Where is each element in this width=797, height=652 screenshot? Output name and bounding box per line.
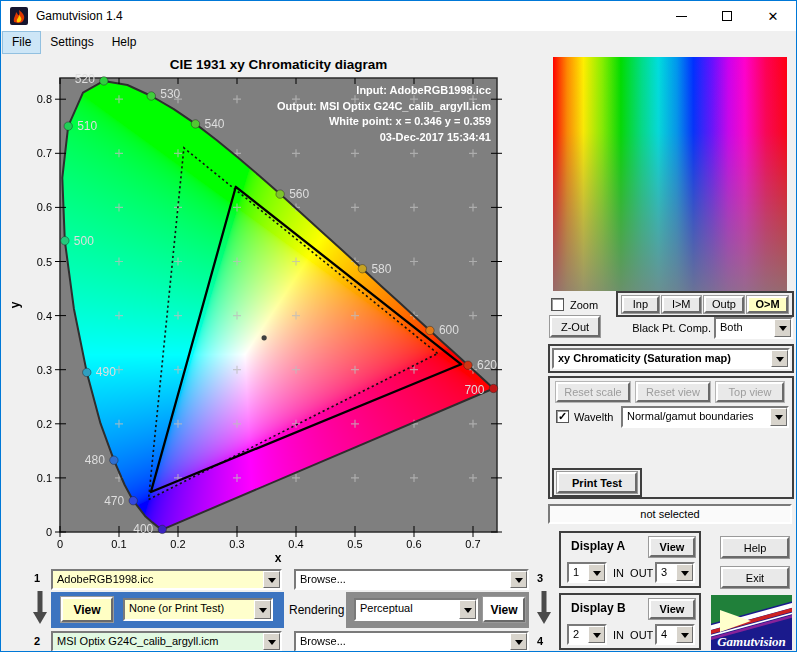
chevron-down-icon[interactable] [676,626,693,643]
chevron-down-icon[interactable] [771,350,788,367]
flow-arrow-right-icon [536,591,552,625]
chromaticity-figure: CIE 1931 xy Chromaticity diagram 00.10.2… [1,54,556,584]
output-profile-value: MSI Optix G24C_calib_argyll.icm [53,633,263,650]
chromaticity-canvas[interactable] [60,78,497,532]
view-output-button[interactable]: View [483,597,525,622]
print-test-group: Print Test [552,468,642,497]
slot1-out-index: 3 [537,572,543,584]
menu-file[interactable]: File [2,31,41,54]
boundaries-select[interactable]: Normal/gamut boundaries [621,406,789,428]
outp-button[interactable]: Outp [704,296,745,313]
saturation-map-preview[interactable] [553,57,787,291]
chevron-down-icon[interactable] [676,564,693,581]
reset-view-button: Reset view [636,382,710,402]
y-tick-label: 0.1 [37,472,52,484]
status-field: not selected [548,504,792,524]
wavelth-checkbox[interactable]: ✓ [556,410,569,423]
output-profile-select[interactable]: MSI Optix G24C_calib_argyll.icm [51,631,282,652]
chart-title: CIE 1931 xy Chromaticity diagram [60,57,497,72]
y-tick-label: 0.2 [37,418,52,430]
window-title: Gamutvision 1.4 [36,9,123,23]
black-pt-comp-label: Black Pt. Comp. [607,322,711,334]
display-b-in-select[interactable]: 2 [567,624,607,645]
chevron-down-icon[interactable] [263,571,280,588]
menu-settings[interactable]: Settings [41,31,102,54]
chevron-down-icon[interactable] [774,319,791,337]
display-a-in-select[interactable]: 1 [567,562,607,583]
browse-output-value: Browse... [296,633,510,650]
print-test-button[interactable]: Print Test [557,472,637,493]
client-area: CIE 1931 xy Chromaticity diagram 00.10.2… [1,54,796,651]
zoom-checkbox-label: Zoom [570,299,598,311]
maximize-icon [722,11,732,21]
top-view-button: Top view [716,382,784,402]
minimize-button[interactable] [658,1,704,31]
x-tick-label: 0.5 [347,538,362,550]
display-a-view-button[interactable]: View [649,537,695,557]
chevron-down-icon[interactable] [510,633,527,650]
maximize-button[interactable] [704,1,750,31]
minimize-icon [676,16,687,17]
menu-help[interactable]: Help [103,31,146,54]
gamutvision-logo: Gamutvision [711,595,792,650]
slot2-index: 2 [34,635,40,647]
y-tick-label: 0.8 [37,93,52,105]
view-input-button[interactable]: View [61,597,113,622]
close-button[interactable]: ✕ [750,1,796,31]
i-to-m-button[interactable]: I>M [662,296,701,313]
chevron-down-icon[interactable] [510,571,527,588]
chevron-down-icon[interactable] [588,626,605,643]
inp-button[interactable]: Inp [622,296,659,313]
y-tick-label: 0.3 [37,364,52,376]
simulation-select[interactable]: None (or Print Test) [123,598,273,621]
input-view-panel: View None (or Print Test) [51,592,284,628]
exit-button[interactable]: Exit [721,567,789,588]
chevron-down-icon[interactable] [459,600,476,619]
display-b-view-button[interactable]: View [649,599,695,619]
help-button[interactable]: Help [721,537,789,558]
y-tick-label: 0.7 [37,147,52,159]
display-b-out-select[interactable]: 4 [655,624,695,645]
reset-scale-button: Reset scale [556,382,630,402]
app-icon [10,7,28,25]
input-profile-value: AdobeRGB1998.icc [53,571,263,588]
x-tick-label: 0.7 [465,538,480,550]
rendering-intent-select[interactable]: Perceptual [354,598,478,621]
y-tick-label: 0.5 [37,256,52,268]
z-out-button[interactable]: Z-Out [550,316,600,337]
browse-output-select[interactable]: Browse... [294,631,529,652]
x-tick-label: 0.3 [229,538,244,550]
x-tick-label: 0 [57,538,63,550]
display-a-out-value: 3 [657,564,676,581]
input-profile-select[interactable]: AdobeRGB1998.icc [51,569,282,590]
display-b-group: Display B View 2 IN OUT 4 [559,593,701,650]
chevron-down-icon[interactable] [770,408,787,426]
display-mode-group: xy Chromaticity (Saturation map) [548,344,794,373]
browse-input-select[interactable]: Browse... [294,569,529,590]
black-pt-comp-value: Both [716,319,774,337]
display-a-in-value: 1 [569,564,588,581]
chevron-down-icon[interactable] [588,564,605,581]
x-tick-label: 0.6 [406,538,421,550]
y-tick-label: 0.4 [37,310,52,322]
display-a-out-select[interactable]: 3 [655,562,695,583]
o-to-m-button[interactable]: O>M [747,296,788,313]
chevron-down-icon[interactable] [254,600,271,619]
map-buttons-group: Inp I>M Outp O>M [616,291,794,317]
slot2-out-index: 4 [537,635,543,647]
display-b-title: Display B [571,601,626,615]
boundaries-value: Normal/gamut boundaries [623,408,770,426]
display-a-title: Display A [571,539,625,553]
black-pt-comp-select[interactable]: Both [714,317,793,339]
close-icon: ✕ [768,10,779,23]
chevron-down-icon[interactable] [263,633,280,650]
x-tick-label: 0.4 [288,538,303,550]
view-options-group: Reset scale Reset view Top view ✓ Wavelt… [548,376,794,499]
y-axis-label: y [8,301,22,308]
display-b-in-value: 2 [569,626,588,643]
x-tick-label: 0.2 [170,538,185,550]
menubar: File Settings Help [1,31,796,54]
display-mode-select[interactable]: xy Chromaticity (Saturation map) [552,348,790,369]
rendering-label: Rendering [289,603,344,617]
zoom-checkbox[interactable] [551,298,564,311]
